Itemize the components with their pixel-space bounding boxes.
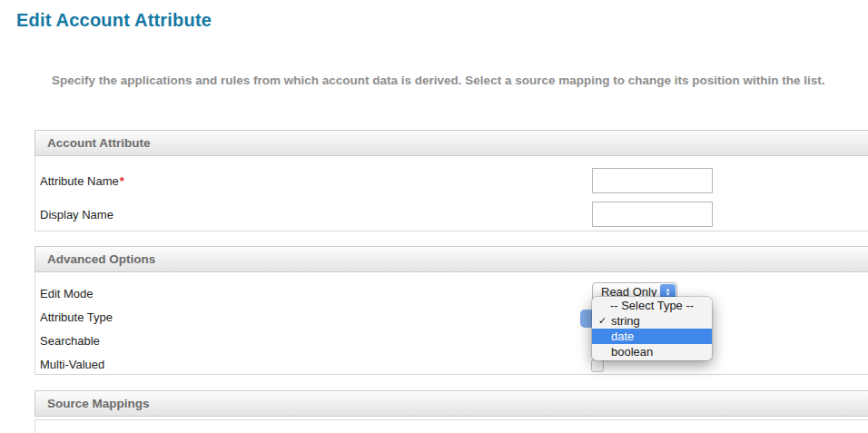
attribute-type-label: Attribute Type: [40, 310, 113, 324]
section-title: Advanced Options: [47, 252, 155, 266]
attribute-name-label: Attribute Name*: [40, 174, 124, 188]
display-name-input[interactable]: [592, 202, 713, 227]
section-header-source-mappings: Source Mappings: [35, 390, 868, 417]
multi-valued-label: Multi-Valued: [40, 358, 104, 371]
searchable-label: Searchable: [40, 334, 100, 348]
section-title: Account Attribute: [47, 136, 151, 150]
edit-account-attribute-page: Edit Account Attribute Specify the appli…: [0, 0, 868, 433]
source-mappings-empty-row: [35, 419, 868, 433]
page-instruction: Specify the applications and rules from …: [52, 74, 860, 87]
section-header-advanced-options: Advanced Options: [35, 246, 868, 272]
dropdown-option-placeholder[interactable]: -- Select Type --: [592, 298, 712, 313]
required-asterisk: *: [120, 174, 124, 188]
edit-mode-label: Edit Mode: [40, 287, 94, 300]
dropdown-option-date[interactable]: date: [592, 329, 712, 344]
display-name-label: Display Name: [40, 208, 113, 221]
attribute-name-input[interactable]: [592, 168, 713, 193]
checkmark-icon: ✓: [596, 313, 609, 329]
multi-valued-checkbox[interactable]: [591, 359, 604, 372]
section-title: Source Mappings: [47, 397, 150, 410]
section-header-account-attribute: Account Attribute: [35, 130, 868, 156]
dropdown-option-string[interactable]: ✓ string: [592, 313, 712, 329]
dropdown-option-boolean[interactable]: boolean: [592, 344, 712, 359]
page-title: Edit Account Attribute: [16, 10, 212, 31]
section-body-account-attribute: [35, 156, 868, 231]
attribute-type-dropdown-menu: -- Select Type -- ✓ string date boolean: [592, 297, 712, 360]
section-body-advanced-options: [35, 272, 868, 375]
